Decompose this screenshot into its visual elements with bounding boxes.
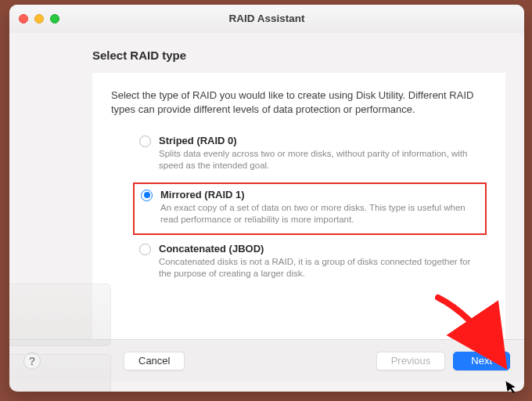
radio-icon[interactable] [139, 244, 151, 255]
raid-assistant-window: RAID Assistant Select RAID type Select t… [9, 5, 524, 392]
option-desc: Splits data evenly across two or more di… [159, 148, 480, 172]
next-button[interactable]: Next [453, 352, 510, 370]
window-controls [19, 14, 59, 23]
option-desc: An exact copy of a set of data on two or… [160, 202, 479, 226]
option-striped[interactable]: Striped (RAID 0) Splits data evenly acro… [133, 130, 487, 179]
option-text: Striped (RAID 0) Splits data evenly acro… [159, 135, 480, 172]
help-button[interactable]: ? [23, 352, 41, 370]
intro-text: Select the type of RAID you would like t… [111, 89, 487, 116]
radio-icon[interactable] [139, 135, 151, 147]
option-text: Concatenated (JBOD) Concatenated disks i… [159, 243, 480, 280]
close-icon[interactable] [19, 14, 28, 23]
option-desc: Concatenated disks is not a RAID, it is … [159, 256, 480, 280]
raid-type-options: Striped (RAID 0) Splits data evenly acro… [133, 130, 487, 287]
options-panel: Select the type of RAID you would like t… [92, 73, 505, 339]
option-mirrored[interactable]: Mirrored (RAID 1) An exact copy of a set… [133, 182, 487, 235]
content-area: Select RAID type Select the type of RAID… [9, 33, 524, 392]
footer-bar: ? Cancel Previous Next [9, 339, 524, 381]
option-text: Mirrored (RAID 1) An exact copy of a set… [160, 189, 479, 226]
page-heading: Select RAID type [92, 49, 524, 62]
zoom-icon[interactable] [50, 14, 59, 23]
previous-button: Previous [376, 352, 446, 370]
option-title: Concatenated (JBOD) [159, 243, 480, 255]
option-title: Mirrored (RAID 1) [160, 189, 479, 200]
radio-icon[interactable] [141, 190, 153, 201]
option-concatenated[interactable]: Concatenated (JBOD) Concatenated disks i… [133, 238, 487, 287]
window-title: RAID Assistant [9, 13, 524, 24]
minimize-icon[interactable] [34, 14, 44, 23]
cancel-button[interactable]: Cancel [124, 352, 185, 370]
option-title: Striped (RAID 0) [159, 135, 480, 146]
titlebar: RAID Assistant [9, 5, 524, 33]
